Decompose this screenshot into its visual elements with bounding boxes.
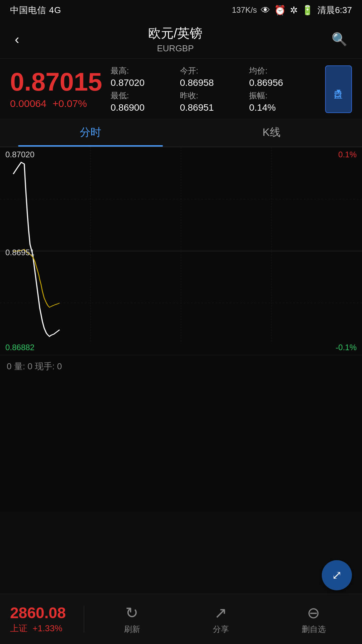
expand-icon: ⤢ (332, 568, 342, 582)
status-bluetooth-icon: ✲ (290, 5, 298, 16)
prev-close-label: 昨收: (180, 90, 249, 101)
chart-high-label: 0.87020 (5, 150, 35, 159)
index-label: 上证 +1.33% (10, 623, 70, 634)
price-left: 0.87015 0.00064 +0.07% (10, 65, 104, 113)
chart-container: 0.87020 0.1% 0.86951 0.86882 -0.1% (0, 147, 362, 355)
status-icons: 137K/s 👁 ⏰ ✲ 🔋 清晨6:37 (232, 4, 352, 16)
avg-label: 均价: (249, 65, 318, 76)
panel-button-text: 盘口 (333, 84, 345, 86)
currency-pair-title: 欧元/英镑 (22, 25, 329, 42)
price-section: 0.87015 0.00064 +0.07% 最高: 0.87020 今开: 0… (0, 59, 362, 118)
search-button[interactable]: 🔍 (329, 29, 350, 49)
bottom-bar: 2860.08 上证 +1.33% ↻ 刷新 ↗ 分享 ⊖ 删自选 (0, 594, 362, 644)
index-name: 上证 (10, 623, 27, 633)
status-alarm-icon: ⏰ (274, 5, 286, 16)
float-expand-button[interactable]: ⤢ (322, 560, 352, 590)
refresh-label: 刷新 (124, 624, 140, 635)
stat-prev-close: 昨收: 0.86951 (180, 90, 249, 113)
price-change-value: 0.00064 (10, 98, 46, 109)
panel-arrow-icon: ▼ (335, 88, 342, 95)
low-value: 0.86900 (111, 102, 180, 113)
share-icon: ↗ (214, 604, 227, 622)
status-time: 清晨6:37 (317, 4, 352, 16)
current-price: 0.87015 (10, 69, 104, 95)
bottom-index-info: 2860.08 上证 +1.33% (0, 600, 80, 638)
stat-open: 今开: 0.86958 (180, 65, 249, 88)
currency-pair-code: EURGBP (22, 43, 329, 54)
open-label: 今开: (180, 65, 249, 76)
chart-tabs: 分时 K线 (0, 118, 362, 147)
high-value: 0.87020 (111, 77, 180, 88)
status-speed: 137K/s (232, 5, 257, 15)
bottom-actions: ↻ 刷新 ↗ 分享 ⊖ 删自选 (87, 604, 362, 635)
share-label: 分享 (213, 624, 229, 635)
chart-percent-label: 0.1% (338, 150, 357, 159)
remove-icon: ⊖ (307, 604, 320, 622)
amplitude-value: 0.14% (249, 102, 318, 113)
empty-area (0, 378, 362, 512)
price-change-percent: +0.07% (53, 98, 87, 109)
status-battery-icon: 🔋 (302, 5, 313, 16)
volume-text: 0 量: 0 现手: 0 (7, 361, 62, 371)
price-stats: 最高: 0.87020 今开: 0.86958 均价: 0.86956 最低: … (111, 65, 318, 113)
header-title: 欧元/英镑 EURGBP (22, 25, 329, 54)
high-label: 最高: (111, 65, 180, 76)
chart-negative-percent: -0.1% (336, 343, 357, 352)
back-button[interactable]: ‹ (12, 29, 22, 50)
stat-avg: 均价: 0.86956 (249, 65, 318, 88)
chart-mid-label: 0.86951 (5, 248, 35, 257)
refresh-icon: ↻ (125, 604, 138, 622)
status-bar: 中国电信 4G 137K/s 👁 ⏰ ✲ 🔋 清晨6:37 (0, 0, 362, 20)
tab-time[interactable]: 分时 (0, 118, 181, 147)
chart-low-label: 0.86882 (5, 343, 35, 352)
divider (84, 606, 84, 633)
low-label: 最低: (111, 90, 180, 101)
remove-watchlist-button[interactable]: ⊖ 删自选 (302, 604, 326, 635)
index-price: 2860.08 (10, 604, 70, 622)
chart-top-labels: 0.87020 0.1% (0, 147, 362, 162)
stat-amplitude: 振幅: 0.14% (249, 90, 318, 113)
open-value: 0.86958 (180, 77, 249, 88)
index-change: +1.33% (33, 623, 62, 633)
panel-button[interactable]: 盘口 ▼ (325, 65, 352, 113)
amplitude-label: 振幅: (249, 90, 318, 101)
prev-close-value: 0.86951 (180, 102, 249, 113)
status-carrier: 中国电信 4G (10, 4, 61, 16)
price-change: 0.00064 +0.07% (10, 98, 104, 109)
stat-high: 最高: 0.87020 (111, 65, 180, 88)
remove-label: 删自选 (302, 624, 326, 635)
header: ‹ 欧元/英镑 EURGBP 🔍 (0, 20, 362, 59)
stat-low: 最低: 0.86900 (111, 90, 180, 113)
chart-svg (0, 147, 362, 355)
volume-info: 0 量: 0 现手: 0 (0, 355, 362, 378)
chart-bottom-labels: 0.86882 -0.1% (0, 340, 362, 355)
share-button[interactable]: ↗ 分享 (213, 604, 229, 635)
refresh-button[interactable]: ↻ 刷新 (124, 604, 140, 635)
avg-value: 0.86956 (249, 77, 318, 88)
status-eye-icon: 👁 (261, 5, 270, 16)
tab-kline[interactable]: K线 (181, 118, 362, 147)
